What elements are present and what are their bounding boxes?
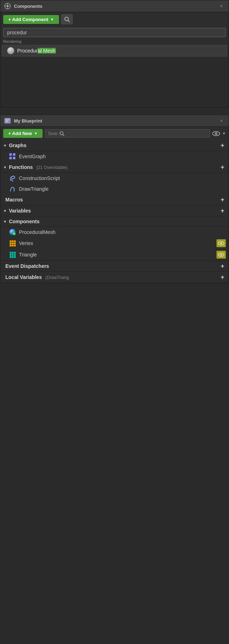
eventgraph-item[interactable]: EventGraph [0, 151, 229, 162]
procedural-mesh-label-pre: Procedur [17, 48, 38, 54]
triangle-eye-badge[interactable] [216, 251, 226, 259]
bp-components-section-header[interactable]: ▼ Components [0, 216, 229, 227]
local-variables-title: Local Variables (DrawTriang [5, 274, 219, 280]
variables-section-header[interactable]: ▼ Variables + [0, 205, 229, 216]
graphs-section-header[interactable]: ▼ Graphs + [0, 140, 229, 151]
components-panel-icon [4, 3, 11, 10]
macros-section-header[interactable]: Macros + [0, 194, 229, 205]
event-dispatchers-add-button[interactable]: + [219, 263, 226, 269]
procedural-mesh-bp-item[interactable]: ProceduralMesh [0, 227, 229, 238]
visibility-eye-button[interactable] [212, 131, 220, 136]
add-component-arrow: ▼ [50, 18, 54, 21]
vertex-icon [9, 240, 16, 247]
draw-triangle-icon [9, 185, 16, 193]
components-panel-header: Components × [0, 0, 229, 12]
blueprint-panel-title: My Blueprint [14, 118, 215, 124]
procedural-mesh-bp-label: ProceduralMesh [19, 229, 55, 235]
add-new-arrow: ▼ [34, 131, 38, 135]
local-variables-sub: (DrawTriang [45, 275, 69, 280]
procedural-mesh-bp-icon [9, 229, 16, 236]
vertex-item[interactable]: Vertex [0, 238, 229, 249]
construction-script-icon [9, 175, 16, 182]
vertex-eye-badge[interactable] [216, 239, 226, 247]
procedural-mesh-label-highlight: al Mesh [38, 48, 56, 54]
bp-components-section-title: Components [9, 219, 226, 224]
procedural-mesh-label: Procedural Mesh [17, 48, 56, 54]
event-dispatchers-section-header[interactable]: Event Dispatchers + [0, 260, 229, 271]
triangle-label: Triangle [19, 252, 37, 258]
functions-section-header[interactable]: ▼ Functions (21 Overridable) + [0, 162, 229, 173]
macros-add-button[interactable]: + [219, 196, 226, 203]
variables-section-title: Variables [9, 208, 219, 214]
macros-section-title: Macros [5, 197, 219, 203]
blueprint-panel-close[interactable]: × [218, 117, 225, 124]
local-variables-section-header[interactable]: Local Variables (DrawTriang + [0, 271, 229, 283]
functions-section-title: Functions (21 Overridable) [9, 164, 219, 170]
functions-triangle-icon: ▼ [3, 165, 7, 169]
components-panel: Components × + Add Component ▼ Rendering… [0, 0, 229, 108]
components-panel-close[interactable]: × [218, 3, 225, 10]
panel-gap [0, 108, 229, 115]
rendering-category-label: Rendering [0, 39, 229, 44]
svg-point-1 [6, 5, 9, 7]
add-component-button[interactable]: + Add Component ▼ [3, 15, 59, 24]
visibility-dropdown-arrow[interactable]: ▼ [222, 131, 226, 135]
blueprint-search-value: Sear [48, 131, 58, 136]
blueprint-panel: My Blueprint × + Add New ▼ Sear ▼ ▼ Grap… [0, 115, 229, 283]
event-dispatchers-title: Event Dispatchers [5, 263, 219, 269]
add-new-button[interactable]: + Add New ▼ [3, 129, 43, 138]
procedural-mesh-icon [7, 47, 14, 54]
functions-add-button[interactable]: + [219, 164, 226, 170]
triangle-icon [9, 251, 16, 258]
variables-triangle-icon: ▼ [3, 209, 7, 213]
eventgraph-label: EventGraph [19, 154, 46, 159]
svg-point-16 [215, 133, 217, 134]
svg-line-7 [68, 20, 69, 22]
graphs-add-button[interactable]: + [219, 142, 226, 149]
svg-point-23 [221, 254, 221, 255]
blueprint-search-icon [59, 131, 64, 136]
blueprint-panel-icon [4, 117, 11, 124]
draw-triangle-item[interactable]: DrawTriangle [0, 184, 229, 194]
eventgraph-icon [9, 153, 16, 160]
svg-line-13 [63, 134, 64, 136]
components-panel-title: Components [14, 4, 215, 9]
vertex-label: Vertex [19, 240, 33, 246]
blueprint-search-box[interactable]: Sear [45, 129, 210, 138]
components-empty-area [0, 57, 229, 107]
bp-components-triangle-icon: ▼ [3, 220, 7, 224]
component-search-input[interactable] [3, 28, 226, 37]
variables-add-button[interactable]: + [219, 208, 226, 214]
graphs-section-title: Graphs [9, 143, 219, 148]
search-input-wrapper [0, 26, 229, 39]
local-variables-add-button[interactable]: + [219, 274, 226, 280]
functions-overridable-count: (21 Overridable) [36, 165, 68, 170]
blueprint-toolbar: + Add New ▼ Sear ▼ [0, 127, 229, 140]
triangle-item[interactable]: Triangle [0, 249, 229, 260]
construction-script-label: ConstructionScript [19, 175, 60, 181]
svg-point-20 [221, 243, 221, 244]
draw-triangle-label: DrawTriangle [19, 186, 49, 192]
graphs-triangle-icon: ▼ [3, 144, 7, 148]
search-toggle-button[interactable] [61, 14, 73, 24]
construction-script-item[interactable]: ConstructionScript [0, 173, 229, 184]
procedural-mesh-result-item[interactable]: Procedural Mesh [2, 45, 227, 56]
components-toolbar: + Add Component ▼ [0, 12, 229, 26]
blueprint-panel-header: My Blueprint × [0, 115, 229, 127]
